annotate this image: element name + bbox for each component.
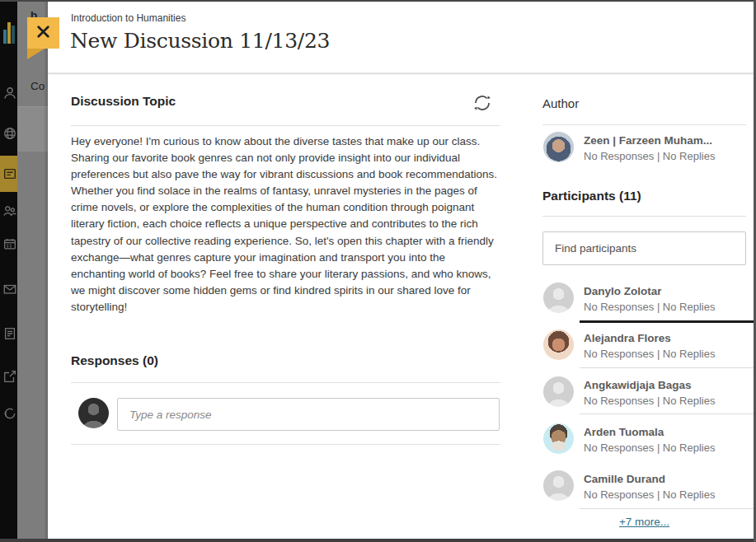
current-user-avatar [78, 398, 109, 428]
active-nav-highlight [0, 156, 17, 192]
participant-name: Alejandra Flores [584, 332, 671, 344]
author-divider [542, 124, 746, 125]
author-status: No Responses | No Replies [584, 150, 715, 162]
author-name: Zeen | Farzeen Muham... [584, 134, 712, 147]
window-border-top [0, 0, 756, 2]
participant-row[interactable]: Angkawidjaja Bagas No Responses | No Rep… [542, 376, 746, 416]
window-border-bottom [0, 539, 756, 542]
refresh-icon [472, 104, 493, 116]
topic-divider [71, 125, 500, 126]
participant-name: Angkawidjaja Bagas [584, 379, 692, 391]
author-heading: Author [542, 96, 579, 110]
person-icon[interactable] [2, 86, 17, 100]
response-input[interactable] [117, 398, 500, 431]
left-nav-rail [0, 0, 17, 542]
participant-name: Danylo Zolotar [584, 285, 662, 297]
participant-avatar [543, 423, 574, 454]
responses-heading: Responses (0) [71, 353, 158, 368]
refresh-button[interactable] [470, 91, 495, 115]
app-window: b Co Introduction to Humanities New Disc… [0, 0, 756, 542]
close-icon [35, 24, 51, 42]
people-group-icon[interactable] [2, 203, 17, 218]
participant-status: No Responses | No Replies [584, 348, 715, 360]
dimmed-page-backdrop: b Co [17, 0, 48, 542]
header-divider [48, 72, 754, 75]
mail-envelope-icon[interactable] [2, 282, 17, 297]
close-button-tail [27, 49, 45, 59]
participant-divider [580, 508, 756, 509]
responses-divider [71, 382, 500, 383]
show-more-participants-link[interactable]: +7 more... [542, 516, 746, 528]
gradebook-document-icon[interactable] [2, 326, 17, 341]
participant-avatar [543, 376, 574, 407]
participants-heading: Participants (11) [542, 189, 641, 203]
share-arrow-icon[interactable] [2, 369, 17, 384]
page-title: New Discussion 11/13/23 [70, 29, 330, 53]
participant-name: Arden Tuomala [584, 426, 664, 438]
participant-status: No Responses | No Replies [584, 488, 715, 501]
participant-row[interactable]: Danylo Zolotar No Responses | No Replies [542, 283, 746, 322]
participant-divider [580, 414, 756, 414]
response-bottom-divider [71, 444, 500, 445]
participant-name: Camille Durand [584, 473, 665, 485]
participant-status: No Responses | No Replies [584, 442, 715, 454]
participant-avatar [543, 283, 574, 313]
bar-chart-logo-icon[interactable] [3, 22, 16, 44]
participant-avatar [543, 329, 574, 360]
calendar-icon[interactable] [2, 236, 17, 251]
participant-focus-divider [580, 320, 756, 323]
author-avatar [543, 132, 574, 162]
participant-row[interactable]: Camille Durand No Responses | No Replies [542, 470, 746, 510]
globe-icon[interactable] [2, 126, 17, 141]
discussion-body: Hey everyone! I'm curious to know about … [71, 133, 500, 315]
discussion-panel: Introduction to Humanities New Discussio… [48, 2, 754, 539]
participants-divider [542, 216, 746, 217]
participant-row[interactable]: Alejandra Flores No Responses | No Repli… [542, 329, 746, 369]
course-breadcrumb: Introduction to Humanities [71, 12, 185, 24]
close-panel-button[interactable] [27, 17, 59, 49]
participant-avatar [543, 470, 574, 501]
participant-divider [580, 367, 756, 368]
participant-row[interactable]: Arden Tuomala No Responses | No Replies [542, 423, 746, 463]
discussion-topic-heading: Discussion Topic [71, 94, 176, 109]
courses-board-icon[interactable] [2, 166, 17, 181]
participant-status: No Responses | No Replies [584, 395, 715, 407]
sign-out-icon[interactable] [2, 406, 17, 421]
dimmed-course-content-fragment: Co [31, 80, 45, 92]
participant-status: No Responses | No Replies [584, 301, 715, 313]
find-participants-input[interactable] [542, 231, 746, 265]
